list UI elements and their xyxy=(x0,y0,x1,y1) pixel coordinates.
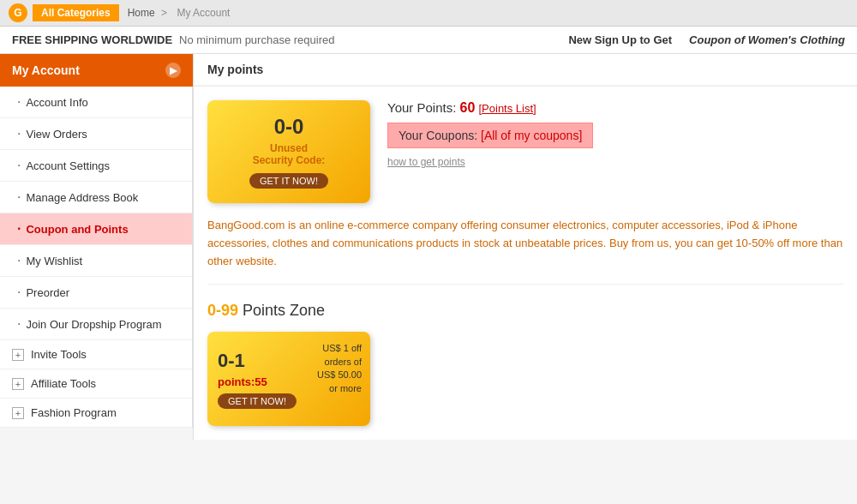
points-info: Your Points: 60 [Points List] Your Coupo… xyxy=(387,100,843,168)
zone-label-text: Points Zone xyxy=(243,302,325,319)
sidebar-item-manage-address[interactable]: Manage Address Book xyxy=(0,182,192,213)
zone-card: 0-1 US$ 1 off orders of US$ 50.00 or mor… xyxy=(207,332,370,426)
zone-points-label: points:55 xyxy=(218,375,267,388)
signup-text: New Sign Up to Get xyxy=(568,33,672,46)
coupon-card-text-line1: Unused xyxy=(270,142,308,154)
coupon-card-text: Unused Security Code: xyxy=(253,142,326,166)
zone-get-it-now-button[interactable]: GET IT NOW! xyxy=(218,393,297,409)
plus-icon-invite: + xyxy=(12,349,24,361)
free-shipping-label: FREE SHIPPING WORLDWIDE xyxy=(12,33,172,46)
zone-desc-line1: US$ 1 off xyxy=(322,343,362,353)
coupon-card-text-line2: Security Code: xyxy=(253,154,326,166)
zone-card-desc: US$ 1 off orders of US$ 50.00 or more xyxy=(317,342,362,395)
sidebar-item-account-settings[interactable]: Account Settings xyxy=(0,150,192,182)
arrow-right-icon: ▶ xyxy=(165,63,181,78)
points-zone-title: 0-99 Points Zone xyxy=(207,302,843,320)
coupon-card-code: 0-0 xyxy=(274,115,304,139)
sidebar-group-affiliate-tools[interactable]: + Affiliate Tools xyxy=(0,369,192,399)
sidebar-item-view-orders[interactable]: View Orders xyxy=(0,118,192,150)
content-header: My points xyxy=(194,54,857,87)
coupon-card: 0-0 Unused Security Code: GET IT NOW! xyxy=(207,100,370,203)
sidebar-nav: Account Info View Orders Account Setting… xyxy=(0,87,193,428)
breadcrumb-separator: > xyxy=(161,7,167,19)
get-it-now-button[interactable]: GET IT NOW! xyxy=(249,173,328,189)
points-count: 60 xyxy=(460,100,476,115)
sidebar-item-account-info[interactable]: Account Info xyxy=(0,87,192,118)
breadcrumb-current: My Account xyxy=(177,7,230,19)
breadcrumb: Home > My Account xyxy=(128,7,234,19)
main-container: My Account ▶ Account Info View Orders Ac… xyxy=(0,54,857,440)
sidebar-group-affiliate-label: Affiliate Tools xyxy=(31,377,96,390)
zone-desc-line4: or more xyxy=(329,383,362,393)
points-top-section: 0-0 Unused Security Code: GET IT NOW! Yo… xyxy=(207,100,843,203)
plus-icon-affiliate: + xyxy=(12,378,24,390)
sidebar-header: My Account ▶ xyxy=(0,54,193,87)
no-minimum-label: No minimum purchase required xyxy=(179,33,568,46)
your-points-row: Your Points: 60 [Points List] xyxy=(387,100,843,116)
breadcrumb-home[interactable]: Home xyxy=(128,7,155,19)
zone-desc-line2: orders of xyxy=(325,357,362,367)
sidebar-group-fashion-program[interactable]: + Fashion Program xyxy=(0,399,192,428)
sidebar-item-dropship[interactable]: Join Our Dropship Program xyxy=(0,309,192,340)
site-description: BangGood.com is an online e-commerce com… xyxy=(207,217,843,285)
content-body: 0-0 Unused Security Code: GET IT NOW! Yo… xyxy=(194,87,857,440)
sidebar-group-invite-tools[interactable]: + Invite Tools xyxy=(0,340,192,369)
shipping-bar: FREE SHIPPING WORLDWIDE No minimum purch… xyxy=(0,27,857,54)
sidebar: My Account ▶ Account Info View Orders Ac… xyxy=(0,54,193,440)
all-coupons-link[interactable]: [All of my coupons] xyxy=(481,129,582,142)
coupon-text: Coupon of Women's Clothing xyxy=(689,33,845,46)
zone-range: 0-99 xyxy=(207,302,238,319)
your-points-label: Your Points: xyxy=(387,100,456,115)
top-bar: G All Categories Home > My Account xyxy=(0,0,857,27)
all-categories-button[interactable]: All Categories xyxy=(33,4,119,21)
sidebar-header-label: My Account xyxy=(12,63,80,77)
your-coupons-label: Your Coupons: xyxy=(399,129,477,142)
sidebar-group-fashion-label: Fashion Program xyxy=(31,406,117,419)
points-list-link[interactable]: [Points List] xyxy=(478,102,536,115)
sidebar-item-wishlist[interactable]: My Wishlist xyxy=(0,245,192,277)
sidebar-item-preorder[interactable]: Preorder xyxy=(0,277,192,309)
logo-icon: G xyxy=(9,3,27,22)
content-area: My points 0-0 Unused Security Code: GET … xyxy=(193,54,857,440)
zone-desc-line3: US$ 50.00 xyxy=(317,369,362,380)
sidebar-item-coupon-points[interactable]: Coupon and Points xyxy=(0,213,192,245)
coupon-box: Your Coupons: [All of my coupons] xyxy=(387,123,593,148)
plus-icon-fashion: + xyxy=(12,407,24,419)
how-to-get-points-link[interactable]: how to get points xyxy=(387,156,465,168)
sidebar-group-invite-label: Invite Tools xyxy=(31,348,87,361)
zone-card-code: 0-1 xyxy=(218,350,245,372)
